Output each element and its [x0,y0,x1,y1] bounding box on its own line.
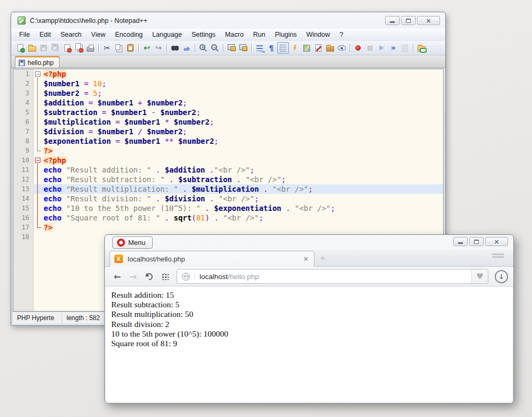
minimize-button[interactable] [385,16,400,25]
menu-item-search[interactable]: Search [56,29,87,41]
menu-item-macro[interactable]: Macro [220,29,248,41]
file-monitoring-button[interactable] [336,42,347,54]
redo-button[interactable]: ↪ [153,42,164,54]
macro-stop-button[interactable] [364,42,376,54]
tab-hello-php[interactable]: hello.php [15,56,60,68]
url-field[interactable]: localhost/hello.php ♥ [177,269,488,284]
zoom-in-button[interactable]: + [197,42,209,54]
macro-record-button[interactable] [352,42,364,54]
speed-dial-icon[interactable] [162,273,169,280]
menu-item-file[interactable]: File [14,29,35,41]
menu-item-run[interactable]: Run [248,29,270,41]
downloads-button[interactable]: ↓ [495,270,508,283]
result-line: Result division: 2 [111,320,507,329]
macro-save-button[interactable] [399,42,411,54]
document-switcher-button[interactable] [312,42,324,54]
line-number: 13 [13,184,33,194]
opera-close-button[interactable]: × [485,237,508,246]
code-line-9[interactable]: 9?> [13,146,443,156]
save-button[interactable] [38,42,49,54]
word-wrap-button[interactable] [254,42,265,54]
tab-close-icon[interactable]: × [303,255,309,263]
opera-titlebar[interactable]: Menu × [105,235,513,250]
cut-button[interactable]: ✂ [101,42,113,54]
indent-guide-button[interactable] [277,42,289,54]
find-button[interactable] [169,42,181,54]
zoom-out-icon: − [211,44,217,50]
open-file-button[interactable] [26,42,38,54]
code-line-5[interactable]: 5$subtraction = $number1 - $number2; [13,108,443,117]
code-line-14[interactable]: 14echo "Result division: " . $division .… [13,194,443,203]
opera-logo-icon [117,239,125,247]
opera-minimize-button[interactable] [453,237,468,246]
document-map-button[interactable] [301,42,312,54]
notepadpp-titlebar[interactable]: C:\xampp\htdocs\hello.php - Notepad++ × [11,12,445,29]
code-text: $division = $number1 / $number2; [42,127,443,136]
menu-item-settings[interactable]: Settings [187,29,220,41]
code-line-8[interactable]: 8$exponentiation = $number1 ** $number2; [13,136,443,146]
sync-vertical-button[interactable] [226,42,237,54]
code-line-17[interactable]: 17?> [13,223,443,232]
code-line-10[interactable]: 10<?php [13,156,443,165]
tab-menu-icon[interactable] [492,254,504,268]
line-number: 15 [13,203,33,213]
line-number: 9 [13,146,33,156]
save-all-button[interactable] [49,42,61,54]
code-line-7[interactable]: 7$division = $number1 / $number2; [13,127,443,136]
code-line-3[interactable]: 3$number2 = 5; [13,88,443,98]
reload-button[interactable] [144,272,154,281]
menu-item-plugins[interactable]: Plugins [270,29,302,41]
project-panel-button[interactable] [324,42,336,54]
menu-item-window[interactable]: Window [302,29,335,41]
bookmark-heart-button[interactable]: ♥ [471,269,488,283]
restore-button[interactable] [401,16,415,25]
sync-horizontal-button[interactable] [237,42,249,54]
back-button[interactable]: ← [110,272,124,282]
copy-button[interactable] [113,42,124,54]
menu-item-edit[interactable]: Edit [35,29,56,41]
fold-toggle-icon[interactable] [33,69,42,79]
code-line-1[interactable]: 1<?php [13,69,443,79]
macro-play-button[interactable] [376,42,387,54]
code-line-13[interactable]: 13echo "Result multiplication: " . $mult… [13,184,443,194]
code-text: echo "Result subtraction: " . $subtracti… [42,175,443,184]
function-list-button[interactable] [289,42,301,54]
opera-tab-localhost[interactable]: X localhost/hello.php × [110,251,314,267]
download-arrow-icon: ↓ [498,273,504,281]
forward-button[interactable]: → [126,272,140,282]
opera-restore-button[interactable] [469,237,484,246]
restore-icon [474,240,479,244]
print-button[interactable] [85,42,96,54]
zoom-out-button[interactable]: − [209,42,221,54]
code-line-15[interactable]: 15echo "10 to the 5th power (10^5): " . … [13,203,443,213]
opera-menu-button[interactable]: Menu [112,236,153,249]
menu-item-language[interactable]: Language [147,29,187,41]
fold-toggle-icon[interactable] [33,156,42,165]
line-number: 12 [13,175,33,184]
code-line-2[interactable]: 2$number1 = 10; [13,79,443,88]
close-button[interactable] [61,42,73,54]
undo-button[interactable]: ↩ [141,42,153,54]
replace-button[interactable]: ab [181,42,193,54]
code-line-6[interactable]: 6$multiplication = $number1 * $number2; [13,117,443,127]
fold-margin [33,127,42,136]
paste-button[interactable] [124,42,136,54]
close-all-button[interactable] [73,42,85,54]
site-globe-icon [182,273,190,281]
close-button[interactable]: × [417,16,440,25]
code-line-4[interactable]: 4$addition = $number1 + $number2; [13,98,443,108]
macro-run-multiple-button[interactable]: » [387,42,399,54]
new-file-button[interactable] [14,42,26,54]
new-tab-button[interactable]: + [320,252,326,264]
code-line-12[interactable]: 12echo "Result subtraction: " . $subtrac… [13,175,443,184]
code-line-11[interactable]: 11echo "Result addition: " . $addition .… [13,165,443,175]
menu-item-help[interactable]: ? [335,29,348,41]
menu-item-encoding[interactable]: Encoding [110,29,147,41]
open-containing-folder-button[interactable] [415,42,427,54]
menu-item-view[interactable]: View [86,29,110,41]
show-all-characters-button[interactable]: ¶ [265,42,277,54]
macro-stop-icon [368,46,372,51]
toolbar-separator [98,44,99,52]
macro-record-icon [355,45,361,51]
code-line-16[interactable]: 16echo "Square root of 81: " . sqrt(81) … [13,213,443,223]
